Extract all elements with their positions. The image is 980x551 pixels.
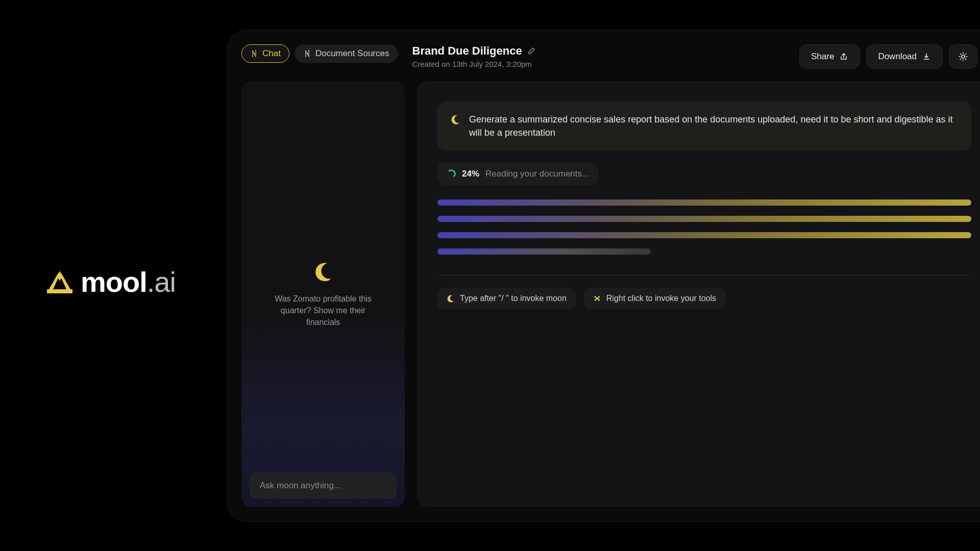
tab-docs-label: Document Sources: [315, 48, 389, 59]
download-icon: [922, 52, 931, 61]
progress-percent: 24%: [462, 169, 479, 179]
download-button[interactable]: Download: [866, 44, 943, 69]
svg-point-3: [305, 53, 306, 54]
moon-icon: [450, 114, 461, 125]
loading-skeleton: [437, 199, 971, 255]
gear-icon: [958, 52, 968, 62]
share-button[interactable]: Share: [799, 44, 860, 69]
compare-icon: [250, 49, 258, 58]
tab-chat-label: Chat: [262, 48, 281, 59]
progress-status: Reading your documents...: [485, 169, 589, 179]
tabs: Chat Document Sources: [241, 44, 398, 63]
hint-slash-text: Type after "/ " to invoke moon: [460, 294, 567, 303]
user-prompt-box: Generate a summarized concise sales repo…: [437, 102, 971, 151]
hints-row: Type after "/ " to invoke moon Right cli…: [437, 288, 971, 309]
svg-point-1: [252, 53, 253, 54]
skeleton-line: [437, 232, 971, 238]
hint-rightclick: Right click to invoke your tools: [584, 288, 725, 309]
document-title: Brand Due Diligence: [412, 44, 522, 58]
share-label: Share: [811, 52, 834, 62]
skeleton-line: [437, 199, 971, 206]
tab-chat[interactable]: Chat: [241, 44, 289, 63]
hint-slash: Type after "/ " to invoke moon: [437, 288, 576, 309]
skeleton-line: [437, 216, 971, 222]
download-label: Download: [878, 52, 917, 62]
chat-example-text: Was Zomato profitable this quarter? Show…: [267, 293, 379, 329]
share-icon: [839, 52, 848, 61]
svg-point-2: [255, 53, 256, 54]
chat-panel: Was Zomato profitable this quarter? Show…: [241, 81, 405, 507]
document-panel: Generate a summarized concise sales repo…: [417, 81, 980, 507]
moon-icon: [447, 294, 455, 303]
tab-document-sources[interactable]: Document Sources: [295, 44, 398, 63]
command-icon: [593, 294, 601, 303]
svg-point-4: [308, 53, 309, 54]
divider: [437, 275, 971, 276]
document-header: Brand Due Diligence Created on 13th July…: [412, 44, 535, 68]
user-prompt-text: Generate a summarized concise sales repo…: [469, 113, 959, 139]
settings-button[interactable]: [949, 44, 977, 69]
brand-logo: mool.ai: [47, 265, 176, 298]
spinner-icon: [447, 169, 456, 179]
header-actions: Share Download: [799, 44, 980, 69]
topbar: Chat Document Sources Brand Due Diligenc…: [241, 44, 980, 69]
brand-mark-icon: [47, 271, 72, 293]
progress-pill: 24% Reading your documents...: [437, 163, 598, 185]
hint-rightclick-text: Right click to invoke your tools: [606, 294, 716, 303]
svg-point-5: [962, 55, 965, 58]
chat-input[interactable]: [250, 472, 397, 499]
document-meta: Created on 13th July 2024, 3:20pm: [412, 60, 535, 68]
edit-title-icon[interactable]: [527, 47, 535, 55]
brand-wordmark: mool.ai: [81, 265, 176, 298]
app-window: Chat Document Sources Brand Due Diligenc…: [227, 30, 980, 522]
compare-icon: [303, 49, 311, 58]
svg-rect-0: [47, 289, 72, 293]
skeleton-line: [437, 248, 651, 255]
moon-icon: [312, 260, 334, 283]
